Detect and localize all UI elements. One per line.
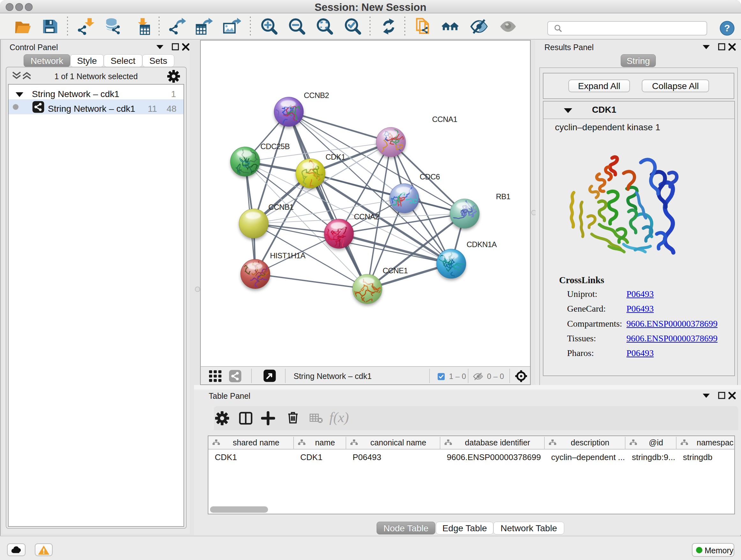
svg-text:CDC6: CDC6 — [420, 172, 440, 181]
svg-text:CDKN1A: CDKN1A — [467, 240, 497, 249]
svg-text:RB1: RB1 — [496, 192, 510, 201]
svg-text:?: ? — [724, 23, 730, 33]
svg-text:CCNA2: CCNA2 — [354, 212, 379, 221]
svg-text:CCNE1: CCNE1 — [383, 266, 408, 275]
svg-text:CCNB2: CCNB2 — [304, 91, 329, 100]
svg-text:CCNB1: CCNB1 — [268, 203, 293, 211]
svg-text:CDK1: CDK1 — [326, 152, 345, 161]
svg-text:CCNA1: CCNA1 — [432, 115, 457, 124]
svg-text:HIST1H1A: HIST1H1A — [270, 251, 306, 260]
svg-text:CDC25B: CDC25B — [260, 142, 290, 151]
